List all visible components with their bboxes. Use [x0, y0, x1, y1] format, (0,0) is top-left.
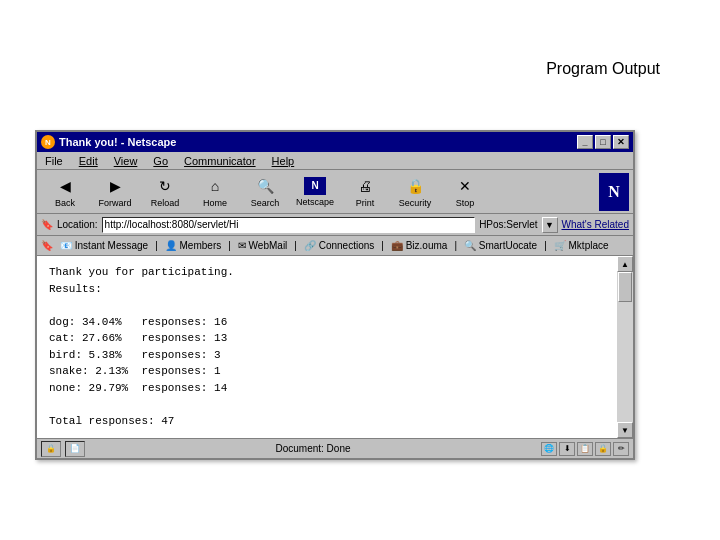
stop-button[interactable]: ✕ Stop: [441, 173, 489, 211]
content-line-8: none: 29.79% responses: 14: [49, 380, 605, 397]
status-text: Document: Done: [89, 443, 537, 454]
bookmark-separator-1: |: [155, 240, 158, 251]
close-button[interactable]: ✕: [613, 135, 629, 149]
scrollbar-up-button[interactable]: ▲: [617, 256, 633, 272]
status-icon-2: ⬇: [559, 442, 575, 456]
toolbar: ◀ Back ▶ Forward ↻ Reload ⌂ Home 🔍 Searc…: [37, 170, 633, 214]
back-button[interactable]: ◀ Back: [41, 173, 89, 211]
maximize-button[interactable]: □: [595, 135, 611, 149]
scrollbar-thumb[interactable]: [618, 272, 632, 302]
search-label: Search: [251, 198, 280, 208]
stop-label: Stop: [456, 198, 475, 208]
browser-window: N Thank you! - Netscape _ □ ✕ File Edit …: [35, 130, 635, 460]
scrollbar-down-button[interactable]: ▼: [617, 422, 633, 438]
content-line-9: [49, 396, 605, 413]
bookmark-separator-5: |: [454, 240, 457, 251]
bookmark-tab-icon: 🔖: [41, 240, 53, 251]
bookmark-smartuocate[interactable]: 🔍 SmartUocate: [461, 239, 540, 252]
browser-icon: N: [41, 135, 55, 149]
search-button[interactable]: 🔍 Search: [241, 173, 289, 211]
menu-go[interactable]: Go: [149, 154, 172, 168]
status-icon-flag: 📄: [65, 441, 85, 457]
reload-icon: ↻: [153, 176, 177, 196]
search-icon: 🔍: [253, 176, 277, 196]
print-icon: 🖨: [353, 176, 377, 196]
bookmark-separator-4: |: [381, 240, 384, 251]
menu-edit[interactable]: Edit: [75, 154, 102, 168]
netscape-icon: N: [304, 177, 326, 195]
location-bar: 🔖 Location: HPos:Servlet ▼ What's Relate…: [37, 214, 633, 236]
content-line-7: snake: 2.13% responses: 1: [49, 363, 605, 380]
netscape-logo: N: [599, 173, 629, 211]
reload-label: Reload: [151, 198, 180, 208]
status-bar: 🔒 📄 Document: Done 🌐 ⬇ 📋 🔒 ✏: [37, 438, 633, 458]
page-title: Program Output: [546, 60, 660, 78]
security-label: Security: [399, 198, 432, 208]
whats-related-link[interactable]: What's Related: [562, 219, 630, 230]
security-icon: 🔒: [403, 176, 427, 196]
content-line-10: Total responses: 47: [49, 413, 605, 430]
forward-button[interactable]: ▶ Forward: [91, 173, 139, 211]
bookmark-separator-2: |: [228, 240, 231, 251]
forward-label: Forward: [98, 198, 131, 208]
content-line-6: bird: 5.38% responses: 3: [49, 347, 605, 364]
stop-icon: ✕: [453, 176, 477, 196]
minimize-button[interactable]: _: [577, 135, 593, 149]
home-icon: ⌂: [203, 176, 227, 196]
content-main: Thank you for participating. Results: do…: [37, 256, 617, 438]
netscape-button[interactable]: N Netscape: [291, 173, 339, 211]
title-bar: N Thank you! - Netscape _ □ ✕: [37, 132, 633, 152]
status-icon-3: 📋: [577, 442, 593, 456]
security-button[interactable]: 🔒 Security: [391, 173, 439, 211]
status-icon-1: 🌐: [541, 442, 557, 456]
menu-help[interactable]: Help: [268, 154, 299, 168]
content-line-2: Results:: [49, 281, 605, 298]
location-input[interactable]: [102, 217, 476, 233]
window-title: Thank you! - Netscape: [59, 136, 176, 148]
netscape-label: Netscape: [296, 197, 334, 207]
content-area: Thank you for participating. Results: do…: [37, 256, 633, 438]
home-button[interactable]: ⌂ Home: [191, 173, 239, 211]
hosts-label: HPos:Servlet: [479, 219, 537, 230]
forward-icon: ▶: [103, 176, 127, 196]
menu-file[interactable]: File: [41, 154, 67, 168]
home-label: Home: [203, 198, 227, 208]
scrollbar: ▲ ▼: [617, 256, 633, 438]
bookmark-connections[interactable]: 🔗 Connections: [301, 239, 377, 252]
bookmark-webmail[interactable]: ✉ WebMail: [235, 239, 291, 252]
location-dropdown-button[interactable]: ▼: [542, 217, 558, 233]
bookmarks-bar: 🔖 📧 Instant Message | 👤 Members | ✉ WebM…: [37, 236, 633, 256]
bookmark-members[interactable]: 👤 Members: [162, 239, 224, 252]
print-button[interactable]: 🖨 Print: [341, 173, 389, 211]
bookmark-bizouma[interactable]: 💼 Biz.ouma: [388, 239, 450, 252]
bookmark-mktplace[interactable]: 🛒 Mktplace: [551, 239, 612, 252]
content-line-5: cat: 27.66% responses: 13: [49, 330, 605, 347]
content-line-4: dog: 34.04% responses: 16: [49, 314, 605, 331]
menu-bar: File Edit View Go Communicator Help: [37, 152, 633, 170]
content-line-1: Thank you for participating.: [49, 264, 605, 281]
bookmark-icon: 🔖: [41, 219, 53, 230]
content-line-3: [49, 297, 605, 314]
menu-view[interactable]: View: [110, 154, 142, 168]
bookmark-separator-3: |: [294, 240, 297, 251]
status-icon-4: 🔒: [595, 442, 611, 456]
bookmark-instant-message[interactable]: 📧 Instant Message: [57, 239, 151, 252]
scrollbar-track: [617, 272, 633, 422]
status-icon-left: 🔒: [41, 441, 61, 457]
status-icon-5: ✏: [613, 442, 629, 456]
bookmark-separator-6: |: [544, 240, 547, 251]
location-label: Location:: [57, 219, 98, 230]
reload-button[interactable]: ↻ Reload: [141, 173, 189, 211]
print-label: Print: [356, 198, 375, 208]
back-label: Back: [55, 198, 75, 208]
menu-communicator[interactable]: Communicator: [180, 154, 260, 168]
back-icon: ◀: [53, 176, 77, 196]
